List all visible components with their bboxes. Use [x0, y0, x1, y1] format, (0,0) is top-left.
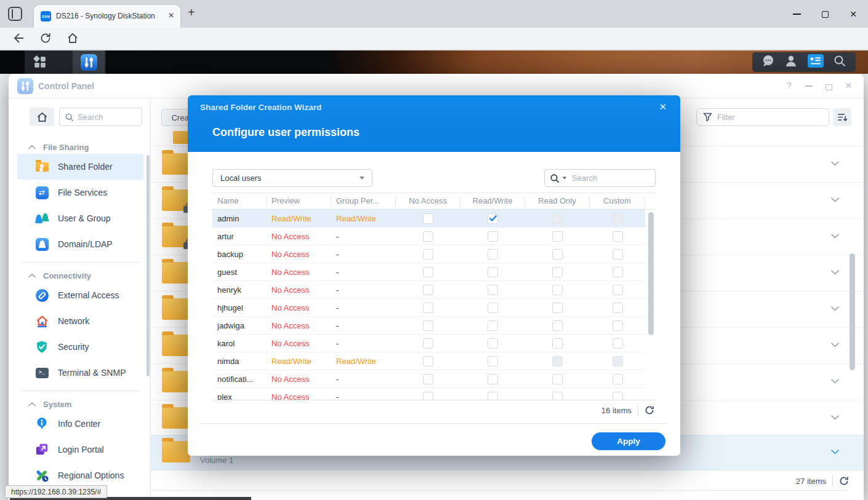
- chevron-down-icon[interactable]: [831, 450, 838, 454]
- permission-row-hjhugel[interactable]: hjhugelNo Access-: [212, 299, 645, 317]
- permission-row-nimda[interactable]: nimdaRead/WriteRead/Write: [212, 352, 645, 370]
- custom-checkbox[interactable]: [613, 231, 623, 242]
- search-options-caret[interactable]: [563, 177, 566, 180]
- sidebar-item-regional-options[interactable]: Regional Options: [17, 462, 143, 488]
- chevron-down-icon[interactable]: [831, 161, 838, 166]
- cp-minimize-icon[interactable]: [803, 81, 815, 90]
- control-panel-app-icon[interactable]: [73, 50, 105, 74]
- sidebar-item-external-access[interactable]: External Access: [17, 282, 143, 308]
- no-access-checkbox[interactable]: [423, 320, 433, 331]
- sidebar-search[interactable]: [59, 108, 142, 126]
- read-write-checkbox[interactable]: [488, 213, 498, 224]
- tab-actions-icon[interactable]: [8, 7, 22, 21]
- permission-row-karol[interactable]: karolNo Access-: [212, 335, 645, 352]
- read-write-checkbox[interactable]: [488, 320, 498, 331]
- read-only-checkbox[interactable]: [552, 320, 563, 331]
- filter-input[interactable]: [717, 113, 810, 122]
- dialog-close-icon[interactable]: ✕: [659, 101, 667, 113]
- browser-tab[interactable]: DSM DS216 - Synology DiskStation ✕: [34, 5, 180, 28]
- new-tab-button[interactable]: +: [188, 6, 195, 20]
- no-access-checkbox[interactable]: [423, 303, 433, 313]
- sidebar-item-shared-folder[interactable]: Shared Folder: [17, 154, 143, 180]
- chevron-down-icon[interactable]: [831, 270, 838, 275]
- back-icon[interactable]: [12, 32, 26, 46]
- sort-button[interactable]: [833, 108, 851, 126]
- column-header-custom[interactable]: Custom: [590, 196, 645, 207]
- cp-restore-icon[interactable]: [822, 81, 835, 90]
- content-scrollbar[interactable]: [850, 253, 855, 370]
- no-access-checkbox[interactable]: [423, 392, 433, 400]
- window-close-button[interactable]: ✕: [844, 8, 862, 20]
- sidebar-item-terminal-snmp[interactable]: >_Terminal & SNMP: [17, 360, 143, 386]
- column-header-read-only[interactable]: Read Only: [525, 196, 590, 207]
- window-maximize-button[interactable]: [816, 8, 834, 20]
- chevron-down-icon[interactable]: [831, 415, 838, 420]
- notifications-icon[interactable]: [762, 54, 775, 70]
- sidebar-item-user-group[interactable]: User & Group: [17, 205, 143, 231]
- read-only-checkbox[interactable]: [552, 285, 563, 295]
- chevron-down-icon[interactable]: [831, 197, 838, 202]
- custom-checkbox[interactable]: [613, 392, 623, 400]
- no-access-checkbox[interactable]: [423, 213, 433, 224]
- sidebar-item-domain-ldap[interactable]: Domain/LDAP: [17, 231, 143, 257]
- widgets-icon[interactable]: [808, 54, 824, 70]
- sidebar-search-input[interactable]: [78, 113, 133, 122]
- custom-checkbox[interactable]: [613, 285, 623, 295]
- dialog-search-input[interactable]: [572, 173, 640, 183]
- no-access-checkbox[interactable]: [423, 285, 433, 295]
- no-access-checkbox[interactable]: [423, 231, 433, 242]
- permission-row-jadwiga[interactable]: jadwigaNo Access-: [212, 317, 645, 335]
- sidebar-group-header[interactable]: File Sharing: [17, 140, 143, 154]
- read-only-checkbox[interactable]: [552, 338, 563, 349]
- sidebar-group-header[interactable]: Connectivity: [17, 269, 143, 282]
- sidebar-item-login-portal[interactable]: Login Portal: [17, 437, 143, 462]
- custom-checkbox[interactable]: [613, 374, 623, 384]
- help-icon[interactable]: ?: [783, 81, 795, 90]
- no-access-checkbox[interactable]: [423, 374, 433, 384]
- apply-button[interactable]: Apply: [592, 432, 665, 450]
- main-menu-icon[interactable]: [33, 55, 47, 69]
- read-only-checkbox[interactable]: [552, 392, 563, 400]
- column-header-name[interactable]: Name: [212, 196, 267, 207]
- chevron-down-icon[interactable]: [831, 343, 838, 347]
- home-icon[interactable]: [66, 32, 80, 46]
- read-write-checkbox[interactable]: [488, 249, 498, 260]
- tab-close-icon[interactable]: ✕: [168, 11, 174, 20]
- column-header-preview[interactable]: Preview: [267, 196, 331, 207]
- read-write-checkbox[interactable]: [488, 356, 498, 367]
- custom-checkbox[interactable]: [613, 303, 623, 313]
- sidebar-item-security[interactable]: Security: [17, 334, 143, 360]
- permission-row-notificati[interactable]: notificati...No Access-: [212, 370, 645, 388]
- table-scrollbar[interactable]: [648, 212, 654, 335]
- sidebar-item-info-center[interactable]: Info Center: [17, 411, 143, 437]
- read-write-checkbox[interactable]: [488, 374, 498, 384]
- custom-checkbox[interactable]: [613, 338, 623, 349]
- read-only-checkbox[interactable]: [552, 249, 563, 260]
- user-type-dropdown[interactable]: Local users: [212, 169, 372, 187]
- permission-row-plex[interactable]: plexNo Access-: [212, 388, 645, 400]
- filter-box[interactable]: [696, 108, 829, 126]
- read-only-checkbox[interactable]: [552, 303, 563, 313]
- sidebar-scrollbar[interactable]: [147, 155, 150, 376]
- read-write-checkbox[interactable]: [488, 392, 498, 400]
- chevron-down-icon[interactable]: [831, 306, 838, 311]
- read-write-checkbox[interactable]: [488, 303, 498, 313]
- read-write-checkbox[interactable]: [488, 267, 498, 277]
- no-access-checkbox[interactable]: [423, 249, 433, 260]
- home-button[interactable]: [30, 108, 54, 126]
- refresh-icon[interactable]: [39, 32, 53, 46]
- cp-close-icon[interactable]: ✕: [842, 81, 854, 90]
- chevron-down-icon[interactable]: [831, 379, 838, 384]
- sidebar-item-file-services[interactable]: ⇄File Services: [17, 180, 143, 205]
- permission-row-admin[interactable]: adminRead/WriteRead/Write: [212, 210, 645, 228]
- refresh-icon[interactable]: [839, 476, 849, 486]
- user-menu-icon[interactable]: [784, 54, 798, 70]
- window-minimize-button[interactable]: [787, 8, 806, 20]
- permission-row-guest[interactable]: guestNo Access-: [212, 263, 645, 281]
- column-header-group-per-[interactable]: Group Per...: [331, 196, 396, 207]
- sidebar-group-header[interactable]: System: [17, 397, 143, 411]
- sidebar-item-network[interactable]: Network: [17, 308, 143, 334]
- read-only-checkbox[interactable]: [552, 231, 563, 242]
- dialog-search-box[interactable]: [544, 169, 656, 187]
- refresh-icon[interactable]: [645, 405, 654, 415]
